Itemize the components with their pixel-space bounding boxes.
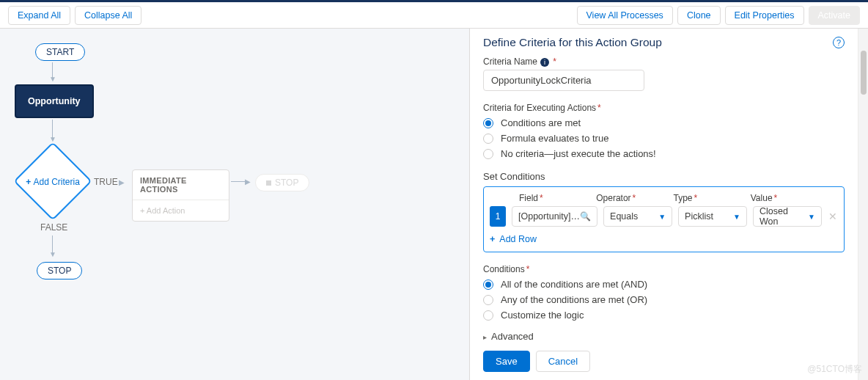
activate-button: Activate [809, 6, 860, 25]
object-node[interactable]: Opportunity [15, 84, 94, 118]
chevron-down-icon: ▼ [733, 213, 740, 221]
immediate-actions-box: IMMEDIATE ACTIONS + Add Action [132, 169, 229, 222]
conditions-header-row: Field Operator Type Value [490, 191, 838, 206]
condition-row: 1 [Opportunity]…🔍 Equals▼ Picklist▼ Clos… [490, 206, 838, 227]
field-lookup[interactable]: [Opportunity]…🔍 [512, 206, 597, 227]
clone-button[interactable]: Clone [677, 6, 721, 25]
cancel-button[interactable]: Cancel [536, 351, 590, 372]
radio-no-criteria[interactable]: No criteria—just execute the actions! [483, 148, 845, 159]
connector [231, 181, 246, 182]
panel-title: Define Criteria for this Action Group ? [483, 36, 845, 49]
edit-properties-button[interactable]: Edit Properties [725, 6, 804, 25]
criteria-name-input[interactable] [483, 70, 644, 91]
radio-logic-custom[interactable]: Customize the logic [483, 310, 845, 321]
set-conditions-label: Set Conditions [483, 171, 845, 182]
criteria-name-label: Criteria Namei [483, 56, 845, 67]
false-branch-label: FALSE [40, 222, 67, 233]
add-action-button[interactable]: + Add Action [133, 200, 229, 221]
toolbar: Expand All Collapse All View All Process… [0, 2, 868, 29]
collapse-all-button[interactable]: Collapse All [75, 6, 141, 25]
stop-node-right: STOP [255, 174, 309, 191]
help-icon[interactable]: ? [833, 37, 845, 48]
search-icon: 🔍 [580, 211, 591, 222]
process-canvas: START ▼ Opportunity ▼ + Add Criteria TRU… [0, 29, 469, 380]
radio-conditions-met[interactable]: Conditions are met [483, 117, 845, 128]
scrollbar[interactable] [858, 29, 868, 380]
conditions-container: Field Operator Type Value 1 [Opportunity… [483, 186, 845, 252]
radio-logic-or[interactable]: Any of the conditions are met (OR) [483, 294, 845, 305]
type-select[interactable]: Picklist▼ [678, 206, 747, 227]
true-branch-label: TRUE [94, 177, 118, 187]
chevron-down-icon: ▼ [658, 213, 666, 221]
exec-actions-label: Criteria for Executing Actions [483, 103, 845, 113]
start-node: START [35, 43, 85, 61]
info-icon[interactable]: i [540, 58, 549, 67]
chevron-right-icon: ▸ [483, 333, 487, 341]
operator-select[interactable]: Equals▼ [603, 206, 672, 227]
conditions-logic-label: Conditions [483, 264, 845, 274]
value-select[interactable]: Closed Won▼ [753, 206, 822, 227]
save-button[interactable]: Save [483, 351, 530, 372]
remove-row-button[interactable]: ✕ [828, 211, 838, 222]
criteria-diamond[interactable]: + Add Criteria [15, 143, 91, 219]
radio-logic-and[interactable]: All of the conditions are met (AND) [483, 279, 845, 290]
stop-node-bottom: STOP [37, 262, 82, 279]
criteria-panel: Define Criteria for this Action Group ? … [470, 29, 858, 380]
chevron-down-icon: ▼ [808, 213, 815, 221]
row-number: 1 [490, 206, 506, 227]
view-all-processes-button[interactable]: View All Processes [577, 6, 673, 25]
radio-formula[interactable]: Formula evaluates to true [483, 133, 845, 144]
add-row-button[interactable]: +Add Row [490, 234, 838, 244]
advanced-toggle[interactable]: ▸Advanced [483, 331, 845, 342]
expand-all-button[interactable]: Expand All [8, 6, 70, 25]
immediate-actions-header: IMMEDIATE ACTIONS [133, 170, 229, 200]
